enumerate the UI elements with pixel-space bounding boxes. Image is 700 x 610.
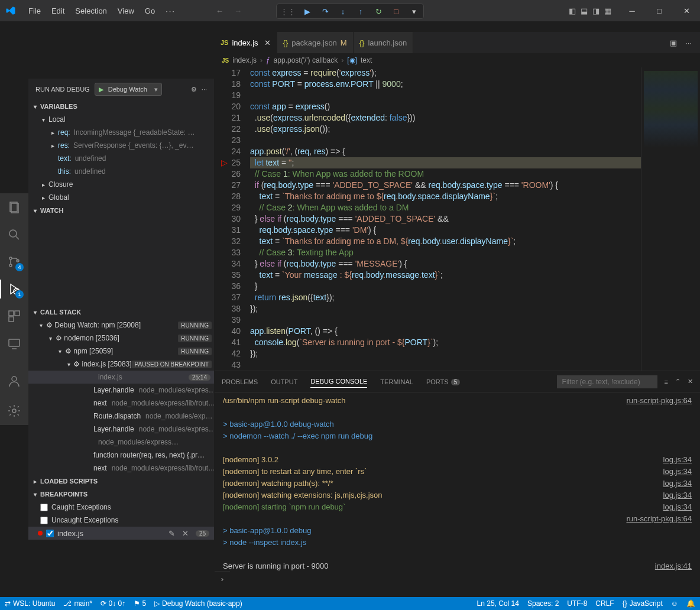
settings-gear-icon[interactable]	[6, 403, 22, 419]
source-link[interactable]: index.js:41	[655, 560, 692, 571]
var-text[interactable]: text:undefined	[28, 152, 214, 165]
debug-toolbar[interactable]: ⋮⋮ ▶ ↷ ↓ ↑ ↻ □ ▾	[276, 4, 424, 19]
source-link[interactable]: log.js:34	[663, 501, 692, 513]
tab-ports[interactable]: PORTS5	[426, 376, 460, 388]
callstack-session[interactable]: ▾⚙ npm [25059]RUNNING	[28, 345, 214, 358]
stop-button[interactable]: □	[390, 5, 402, 17]
variables-header[interactable]: ▾VARIABLES	[28, 100, 214, 113]
menu-go[interactable]: Go	[140, 4, 160, 18]
start-debug-icon[interactable]: ▶	[95, 86, 107, 93]
var-req[interactable]: ▸req:IncomingMessage {_readableState: …	[28, 126, 214, 139]
scope-closure[interactable]: ▸Closure	[28, 178, 214, 191]
launch-config-select[interactable]: ▶ Debug Watch ▾	[95, 83, 162, 96]
loaded-scripts-header[interactable]: ▸LOADED SCRIPTS	[28, 475, 214, 488]
debug-console-output[interactable]: /usr/bin/npm run-script debug-watchrun-s…	[215, 392, 700, 571]
breadcrumbs[interactable]: JS index.js › ƒ app.post('/') callback ›…	[215, 53, 700, 67]
step-into-button[interactable]: ↓	[337, 5, 349, 17]
stack-frame[interactable]: Route.dispatchnode_modules/exp…	[28, 410, 214, 423]
editor-tab-package-json[interactable]: {}package.jsonM	[277, 32, 354, 53]
restart-button[interactable]: ↻	[372, 5, 384, 17]
remote-indicator[interactable]: ⇄ WSL: Ubuntu	[5, 599, 55, 608]
callstack-session[interactable]: ▾⚙ Debug Watch: npm [25008]RUNNING	[28, 319, 214, 332]
menu-view[interactable]: View	[113, 4, 139, 18]
tab-output[interactable]: OUTPUT	[271, 376, 297, 388]
step-over-button[interactable]: ↷	[319, 5, 331, 17]
indentation[interactable]: Spaces: 2	[527, 599, 559, 608]
notifications-icon[interactable]: 🔔	[686, 599, 695, 608]
debug-session[interactable]: ▷ Debug Watch (basic-app)	[154, 599, 242, 608]
git-sync[interactable]: ⟳ 0↓ 0↑	[101, 599, 125, 608]
overflow-icon[interactable]: ···	[202, 86, 207, 93]
source-link[interactable]: run-script-pkg.js:64	[626, 395, 692, 407]
extensions-icon[interactable]	[6, 308, 22, 325]
remote-explorer-icon[interactable]	[6, 335, 22, 352]
filter-options-icon[interactable]: ≡	[665, 378, 668, 385]
continue-button[interactable]: ▶	[302, 5, 313, 17]
search-icon[interactable]	[6, 226, 22, 243]
stack-frame[interactable]: function router(req, res, next) {.pr…	[28, 449, 214, 462]
tab-debug-console[interactable]: DEBUG CONSOLE	[310, 375, 367, 388]
tab-terminal[interactable]: TERMINAL	[380, 376, 413, 388]
source-link[interactable]: log.js:34	[663, 454, 692, 466]
source-link[interactable]: run-script-pkg.js:64	[626, 513, 692, 525]
console-filter-input[interactable]	[557, 375, 657, 388]
edit-icon[interactable]: ✎	[168, 529, 175, 538]
var-res[interactable]: ▸res:ServerResponse {_events: {…}, _ev…	[28, 139, 214, 152]
bp-caught-exceptions[interactable]: Caught Exceptions	[28, 501, 214, 514]
source-control-icon[interactable]: 4	[6, 254, 22, 270]
stack-frame[interactable]: nextnode_modules/express/lib/rout…	[28, 462, 214, 475]
code-editor[interactable]: 1718192021222324▷25262728293031323334353…	[215, 67, 700, 371]
code-content[interactable]: const express = require('express');const…	[250, 67, 641, 371]
step-out-button[interactable]: ↑	[355, 5, 367, 17]
minimize-button[interactable]: ─	[618, 0, 646, 21]
stack-frame[interactable]: node_modules/express…	[28, 436, 214, 449]
breakpoints-header[interactable]: ▾BREAKPOINTS	[28, 488, 214, 501]
remove-icon[interactable]: ✕	[182, 529, 189, 538]
watch-header[interactable]: ▾WATCH	[28, 204, 214, 217]
menu-selection[interactable]: Selection	[70, 4, 111, 18]
tab-overflow-icon[interactable]: ···	[685, 38, 692, 47]
stack-frame[interactable]: Layer.handlenode_modules/expres…	[28, 384, 214, 397]
toggle-primary-sidebar-icon[interactable]: ◧	[569, 7, 576, 15]
source-link[interactable]: log.js:34	[663, 478, 692, 489]
console-input-chevron[interactable]: ›	[215, 571, 230, 586]
editor-tab-launch-json[interactable]: {}launch.json	[354, 32, 413, 53]
run-debug-icon[interactable]: 1	[6, 281, 22, 297]
customize-layout-icon[interactable]: ▦	[604, 7, 611, 15]
callstack-header[interactable]: ▾CALL STACK	[28, 306, 214, 319]
menu-file[interactable]: File	[24, 4, 46, 18]
menu-overflow[interactable]: ···	[161, 4, 180, 18]
debug-overflow-icon[interactable]: ▾	[408, 5, 420, 17]
gear-icon[interactable]: ⚙	[191, 86, 197, 93]
scope-local[interactable]: ▾Local	[28, 113, 214, 126]
menu-edit[interactable]: Edit	[47, 4, 69, 18]
clear-console-icon[interactable]: ⌃	[675, 378, 680, 385]
explorer-icon[interactable]	[6, 199, 22, 216]
encoding[interactable]: UTF-8	[567, 599, 587, 608]
maximize-button[interactable]: □	[646, 0, 673, 21]
compare-icon[interactable]: ▣	[670, 38, 677, 47]
feedback-icon[interactable]: ☺	[671, 599, 678, 608]
toggle-panel-icon[interactable]: ⬓	[581, 7, 588, 15]
tab-problems[interactable]: PROBLEMS	[222, 376, 258, 388]
bp-file-row[interactable]: index.js ✎ ✕ 25	[28, 527, 214, 540]
callstack-session[interactable]: ▾⚙ nodemon [25036]RUNNING	[28, 332, 214, 345]
toggle-secondary-sidebar-icon[interactable]: ◨	[592, 7, 599, 15]
source-link[interactable]: log.js:34	[663, 466, 692, 478]
stack-frame[interactable]: Layer.handlenode_modules/expres…	[28, 423, 214, 436]
git-branch[interactable]: ⎇ main*	[63, 599, 92, 608]
remote-ports[interactable]: ⚑ 5	[134, 599, 146, 608]
close-panel-icon[interactable]: ✕	[688, 378, 693, 385]
chevron-down-icon[interactable]: ▾	[151, 86, 161, 93]
editor-tab-index-js[interactable]: JSindex.js✕	[215, 32, 277, 53]
var-this[interactable]: this:undefined	[28, 165, 214, 178]
language-mode[interactable]: {} JavaScript	[623, 599, 663, 608]
callstack-session[interactable]: ▾⚙ index.js [25083]PAUSED ON BREAKPOINT	[28, 358, 214, 371]
stack-frame[interactable]: nextnode_modules/express/lib/rout…	[28, 397, 214, 410]
cursor-position[interactable]: Ln 25, Col 14	[477, 599, 519, 608]
scope-global[interactable]: ▸Global	[28, 191, 214, 204]
eol[interactable]: CRLF	[595, 599, 614, 608]
minimap[interactable]	[641, 67, 700, 371]
source-link[interactable]: log.js:34	[663, 489, 692, 501]
bp-uncaught-exceptions[interactable]: Uncaught Exceptions	[28, 514, 214, 527]
